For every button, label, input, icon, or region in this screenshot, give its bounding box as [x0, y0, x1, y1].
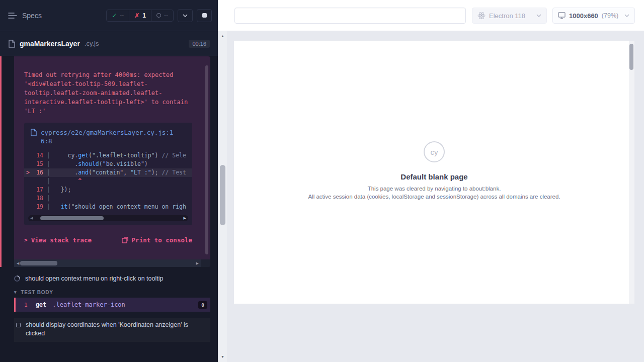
spec-name: gmaMarkersLayer	[20, 40, 80, 48]
command-log-row[interactable]: 1 get .leaflet-marker-icon 0	[14, 298, 210, 312]
command-number: 1	[16, 302, 28, 308]
scrollbar-corner	[201, 259, 210, 267]
cross-icon: ✗	[134, 12, 139, 19]
stat-passed: ✓ --	[107, 10, 129, 21]
test-item-running[interactable]: should open context menu on right-click …	[14, 272, 210, 285]
code-frame-header: cypress/e2e/gmaMarkersLayer.cy.js:16:8	[24, 123, 192, 148]
blank-page-title: Default blank page	[234, 172, 634, 181]
code-line: | ^	[24, 177, 192, 186]
cypress-app: Specs ✓ -- ✗ 1 --	[0, 0, 644, 362]
failed-count: 1	[142, 12, 146, 19]
code-line: >16 | .and("contain", "LT :"); // Test	[24, 168, 192, 177]
print-label: Print to console	[132, 236, 192, 244]
chevron-down-icon: ▾	[14, 290, 17, 295]
code-frame: cypress/e2e/gmaMarkersLayer.cy.js:16:8 1…	[24, 123, 192, 225]
running-spinner-icon	[13, 275, 22, 283]
blank-page-line: All active session data (cookies, localS…	[234, 194, 634, 200]
code-line: 17 | });	[24, 186, 192, 194]
url-input[interactable]	[234, 8, 466, 24]
viewport-selector[interactable]: 1000x660 (79%)	[552, 8, 635, 24]
failed-attempt-indicator	[0, 56, 2, 267]
code-horizontal-scrollbar[interactable]: ◀ ▶	[28, 215, 188, 221]
error-panel-scrollbar-thumb[interactable]	[205, 65, 208, 254]
specs-menu-icon[interactable]	[8, 12, 17, 19]
test-item-queued[interactable]: should display coordinates when 'Koordin…	[14, 318, 210, 342]
check-icon: ✓	[112, 12, 117, 19]
aut-frame: cy Default blank page This page was clea…	[234, 41, 634, 304]
error-message: Timed out retrying after 4000ms: expecte…	[24, 70, 195, 116]
queued-icon	[16, 323, 21, 327]
viewport-scale: (79%)	[602, 12, 618, 19]
runner-body: cy Default blank page This page was clea…	[227, 31, 644, 362]
reporter-controls: ✓ -- ✗ 1 --	[106, 9, 212, 22]
spec-header[interactable]: gmaMarkersLayer .cy.js 00:16	[0, 31, 218, 56]
chevron-down-icon	[624, 14, 629, 17]
command-args: .leaflet-marker-icon	[52, 301, 125, 308]
pending-count: --	[164, 12, 168, 19]
spec-file-icon	[8, 40, 15, 48]
code-frame-file-link[interactable]: cypress/e2e/gmaMarkersLayer.cy.js:16:8	[41, 128, 176, 145]
cypress-logo: cy	[424, 141, 445, 162]
spec-extension: .cy.js	[85, 40, 99, 47]
reporter-header: Specs ✓ -- ✗ 1 --	[0, 0, 218, 31]
code-line: 14 | cy.get(".leaflet-tooltip") // Sele	[24, 151, 192, 160]
browser-selector[interactable]: Electron 118	[472, 8, 547, 24]
stop-button[interactable]	[197, 9, 212, 22]
print-to-console-button[interactable]: Print to console	[122, 236, 192, 244]
error-actions: > View stack trace Print to console	[24, 236, 192, 244]
view-stack-trace-link[interactable]: > View stack trace	[24, 236, 92, 244]
error-panel-hscroll-thumb[interactable]	[20, 261, 57, 265]
cypress-logo-text: cy	[431, 148, 438, 156]
blank-page-message: cy Default blank page This page was clea…	[234, 141, 634, 200]
collapse-tests-button[interactable]	[178, 9, 193, 22]
code-snippet: 14 | cy.get(".leaflet-tooltip") // Sele …	[24, 148, 192, 212]
electron-icon	[477, 12, 486, 20]
chevron-down-icon	[536, 14, 541, 17]
browser-label: Electron 118	[489, 12, 525, 20]
aut-scrollbar[interactable]	[629, 41, 634, 304]
error-panel: Timed out retrying after 4000ms: expecte…	[14, 56, 210, 267]
viewport-size: 1000x660	[569, 12, 598, 20]
scroll-right-icon[interactable]: ▶	[184, 215, 186, 221]
specs-label: Specs	[22, 12, 42, 20]
test-body-header[interactable]: ▾ TEST BODY	[14, 287, 53, 298]
code-line: 19 | it("should open context menu on rig…	[24, 203, 192, 211]
aut-scrollbar-thumb[interactable]	[629, 44, 633, 70]
runner-header: Electron 118 1000x660 (79%)	[218, 0, 644, 31]
reporter-sidebar: Specs ✓ -- ✗ 1 --	[0, 0, 218, 362]
viewport-icon	[558, 12, 566, 19]
test-title: should display coordinates when 'Koordin…	[26, 321, 202, 338]
code-scrollbar-thumb[interactable]	[40, 216, 104, 220]
spec-timer: 00:16	[189, 40, 210, 48]
command-badge: 0	[198, 301, 207, 309]
blank-page-line: This page was cleared by navigating to a…	[234, 186, 634, 192]
stack-trace-label: View stack trace	[31, 236, 92, 244]
stop-icon	[202, 13, 207, 18]
stat-pending: --	[151, 10, 173, 21]
code-line: 18 |	[24, 194, 192, 203]
runner-area: Electron 118 1000x660 (79%)	[218, 0, 644, 362]
chevron-right-icon: >	[24, 237, 28, 243]
console-icon	[122, 237, 128, 243]
scroll-right-icon[interactable]: ▶	[196, 261, 199, 265]
pending-circle-icon	[156, 13, 161, 18]
error-panel-horizontal-scrollbar[interactable]: ◀ ▶	[14, 259, 201, 267]
scroll-left-icon[interactable]: ◀	[17, 261, 19, 265]
passed-count: --	[120, 12, 124, 19]
test-title: should open context menu on right-click …	[25, 275, 163, 282]
code-line: 15 | .should("be.visible")	[24, 160, 192, 168]
file-icon	[30, 129, 37, 145]
specs-menu[interactable]: Specs	[6, 12, 42, 20]
scroll-left-icon[interactable]: ◀	[30, 215, 33, 221]
test-stats: ✓ -- ✗ 1 --	[106, 10, 174, 22]
test-body-label: TEST BODY	[21, 290, 53, 295]
stat-failed: ✗ 1	[129, 10, 151, 21]
chevron-down-icon	[183, 14, 188, 17]
command-method: get	[36, 301, 47, 308]
